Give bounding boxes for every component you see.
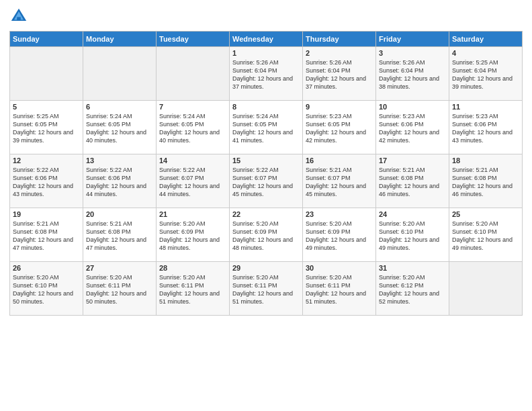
page: SundayMondayTuesdayWednesdayThursdayFrid…: [0, 0, 532, 411]
day-number: 24: [379, 210, 446, 218]
calendar-cell: 11Sunrise: 5:23 AMSunset: 6:06 PMDayligh…: [449, 101, 523, 154]
calendar-cell: 30Sunrise: 5:20 AMSunset: 6:11 PMDayligh…: [303, 262, 376, 316]
calendar-cell: 13Sunrise: 5:22 AMSunset: 6:06 PMDayligh…: [83, 154, 157, 208]
day-number: 1: [232, 49, 300, 57]
weekday-tuesday: Tuesday: [157, 32, 230, 47]
day-number: 9: [306, 103, 373, 111]
cell-info: Sunrise: 5:22 AMSunset: 6:07 PMDaylight:…: [232, 166, 300, 199]
day-number: 11: [452, 103, 519, 111]
calendar-week-2: 5Sunrise: 5:25 AMSunset: 6:05 PMDaylight…: [10, 101, 523, 154]
weekday-wednesday: Wednesday: [230, 32, 303, 47]
svg-rect-2: [17, 17, 21, 21]
day-number: 29: [232, 264, 300, 272]
calendar-week-1: 1Sunrise: 5:26 AMSunset: 6:04 PMDaylight…: [10, 47, 523, 101]
cell-info: Sunrise: 5:20 AMSunset: 6:10 PMDaylight:…: [379, 220, 446, 253]
day-number: 13: [86, 156, 153, 165]
calendar-cell: 25Sunrise: 5:20 AMSunset: 6:10 PMDayligh…: [449, 208, 523, 262]
cell-info: Sunrise: 5:24 AMSunset: 6:05 PMDaylight:…: [159, 112, 226, 145]
calendar-cell: 26Sunrise: 5:20 AMSunset: 6:10 PMDayligh…: [10, 262, 83, 316]
calendar-cell: 17Sunrise: 5:21 AMSunset: 6:08 PMDayligh…: [376, 154, 449, 208]
calendar-cell: 6Sunrise: 5:24 AMSunset: 6:05 PMDaylight…: [83, 101, 157, 154]
calendar-cell: 14Sunrise: 5:22 AMSunset: 6:07 PMDayligh…: [157, 154, 230, 208]
cell-info: Sunrise: 5:20 AMSunset: 6:12 PMDaylight:…: [379, 273, 446, 306]
day-number: 14: [159, 156, 226, 165]
calendar-cell: 22Sunrise: 5:20 AMSunset: 6:09 PMDayligh…: [230, 208, 303, 262]
calendar-cell: 24Sunrise: 5:20 AMSunset: 6:10 PMDayligh…: [376, 208, 449, 262]
calendar-cell: 21Sunrise: 5:20 AMSunset: 6:09 PMDayligh…: [157, 208, 230, 262]
day-number: 12: [13, 156, 80, 165]
cell-info: Sunrise: 5:20 AMSunset: 6:09 PMDaylight:…: [232, 220, 300, 253]
cell-info: Sunrise: 5:26 AMSunset: 6:04 PMDaylight:…: [232, 58, 300, 91]
day-number: 19: [13, 210, 80, 218]
day-number: 2: [306, 49, 373, 57]
calendar-week-5: 26Sunrise: 5:20 AMSunset: 6:10 PMDayligh…: [10, 262, 523, 316]
day-number: 6: [86, 103, 153, 111]
weekday-saturday: Saturday: [449, 32, 523, 47]
calendar-cell: 20Sunrise: 5:21 AMSunset: 6:08 PMDayligh…: [83, 208, 157, 262]
calendar-cell: 18Sunrise: 5:21 AMSunset: 6:08 PMDayligh…: [449, 154, 523, 208]
cell-info: Sunrise: 5:23 AMSunset: 6:06 PMDaylight:…: [379, 112, 446, 145]
cell-info: Sunrise: 5:21 AMSunset: 6:08 PMDaylight:…: [13, 220, 80, 253]
day-number: 10: [379, 103, 446, 111]
calendar-cell: [10, 47, 83, 101]
weekday-monday: Monday: [83, 32, 157, 47]
cell-info: Sunrise: 5:20 AMSunset: 6:11 PMDaylight:…: [232, 273, 300, 306]
cell-info: Sunrise: 5:20 AMSunset: 6:10 PMDaylight:…: [452, 220, 519, 253]
day-number: 8: [232, 103, 300, 111]
logo-icon: [9, 7, 28, 26]
cell-info: Sunrise: 5:20 AMSunset: 6:09 PMDaylight:…: [159, 220, 226, 253]
cell-info: Sunrise: 5:23 AMSunset: 6:05 PMDaylight:…: [306, 112, 373, 145]
cell-info: Sunrise: 5:25 AMSunset: 6:04 PMDaylight:…: [452, 58, 519, 91]
weekday-thursday: Thursday: [303, 32, 376, 47]
calendar-week-4: 19Sunrise: 5:21 AMSunset: 6:08 PMDayligh…: [10, 208, 523, 262]
calendar-cell: 3Sunrise: 5:26 AMSunset: 6:04 PMDaylight…: [376, 47, 449, 101]
day-number: 15: [232, 156, 300, 165]
cell-info: Sunrise: 5:20 AMSunset: 6:11 PMDaylight:…: [306, 273, 373, 306]
day-number: 22: [232, 210, 300, 218]
cell-info: Sunrise: 5:21 AMSunset: 6:08 PMDaylight:…: [452, 166, 519, 199]
day-number: 25: [452, 210, 519, 218]
calendar-cell: 7Sunrise: 5:24 AMSunset: 6:05 PMDaylight…: [157, 101, 230, 154]
day-number: 21: [159, 210, 226, 218]
calendar-cell: [83, 47, 157, 101]
logo: [9, 7, 31, 26]
cell-info: Sunrise: 5:21 AMSunset: 6:08 PMDaylight:…: [379, 166, 446, 199]
day-number: 4: [452, 49, 519, 57]
day-number: 17: [379, 156, 446, 165]
calendar-week-3: 12Sunrise: 5:22 AMSunset: 6:06 PMDayligh…: [10, 154, 523, 208]
cell-info: Sunrise: 5:26 AMSunset: 6:04 PMDaylight:…: [306, 58, 373, 91]
calendar-cell: 16Sunrise: 5:21 AMSunset: 6:07 PMDayligh…: [303, 154, 376, 208]
day-number: 26: [13, 264, 80, 272]
calendar-cell: 15Sunrise: 5:22 AMSunset: 6:07 PMDayligh…: [230, 154, 303, 208]
cell-info: Sunrise: 5:22 AMSunset: 6:07 PMDaylight:…: [159, 166, 226, 199]
cell-info: Sunrise: 5:22 AMSunset: 6:06 PMDaylight:…: [86, 166, 153, 199]
calendar-cell: [157, 47, 230, 101]
cell-info: Sunrise: 5:20 AMSunset: 6:11 PMDaylight:…: [159, 273, 226, 306]
cell-info: Sunrise: 5:21 AMSunset: 6:07 PMDaylight:…: [306, 166, 373, 199]
calendar-cell: 19Sunrise: 5:21 AMSunset: 6:08 PMDayligh…: [10, 208, 83, 262]
calendar-cell: 29Sunrise: 5:20 AMSunset: 6:11 PMDayligh…: [230, 262, 303, 316]
day-number: 27: [86, 264, 153, 272]
day-number: 7: [159, 103, 226, 111]
day-number: 5: [13, 103, 80, 111]
calendar-cell: [449, 262, 523, 316]
calendar-cell: 28Sunrise: 5:20 AMSunset: 6:11 PMDayligh…: [157, 262, 230, 316]
calendar-cell: 31Sunrise: 5:20 AMSunset: 6:12 PMDayligh…: [376, 262, 449, 316]
cell-info: Sunrise: 5:24 AMSunset: 6:05 PMDaylight:…: [86, 112, 153, 145]
calendar-cell: 4Sunrise: 5:25 AMSunset: 6:04 PMDaylight…: [449, 47, 523, 101]
day-number: 28: [159, 264, 226, 272]
cell-info: Sunrise: 5:23 AMSunset: 6:06 PMDaylight:…: [452, 112, 519, 145]
cell-info: Sunrise: 5:22 AMSunset: 6:06 PMDaylight:…: [13, 166, 80, 199]
cell-info: Sunrise: 5:20 AMSunset: 6:11 PMDaylight:…: [86, 273, 153, 306]
calendar-cell: 12Sunrise: 5:22 AMSunset: 6:06 PMDayligh…: [10, 154, 83, 208]
calendar-cell: 8Sunrise: 5:24 AMSunset: 6:05 PMDaylight…: [230, 101, 303, 154]
cell-info: Sunrise: 5:20 AMSunset: 6:09 PMDaylight:…: [306, 220, 373, 253]
cell-info: Sunrise: 5:26 AMSunset: 6:04 PMDaylight:…: [379, 58, 446, 91]
calendar-table: SundayMondayTuesdayWednesdayThursdayFrid…: [9, 31, 523, 316]
cell-info: Sunrise: 5:21 AMSunset: 6:08 PMDaylight:…: [86, 220, 153, 253]
day-number: 31: [379, 264, 446, 272]
calendar-cell: 27Sunrise: 5:20 AMSunset: 6:11 PMDayligh…: [83, 262, 157, 316]
day-number: 18: [452, 156, 519, 165]
day-number: 20: [86, 210, 153, 218]
calendar-cell: 5Sunrise: 5:25 AMSunset: 6:05 PMDaylight…: [10, 101, 83, 154]
